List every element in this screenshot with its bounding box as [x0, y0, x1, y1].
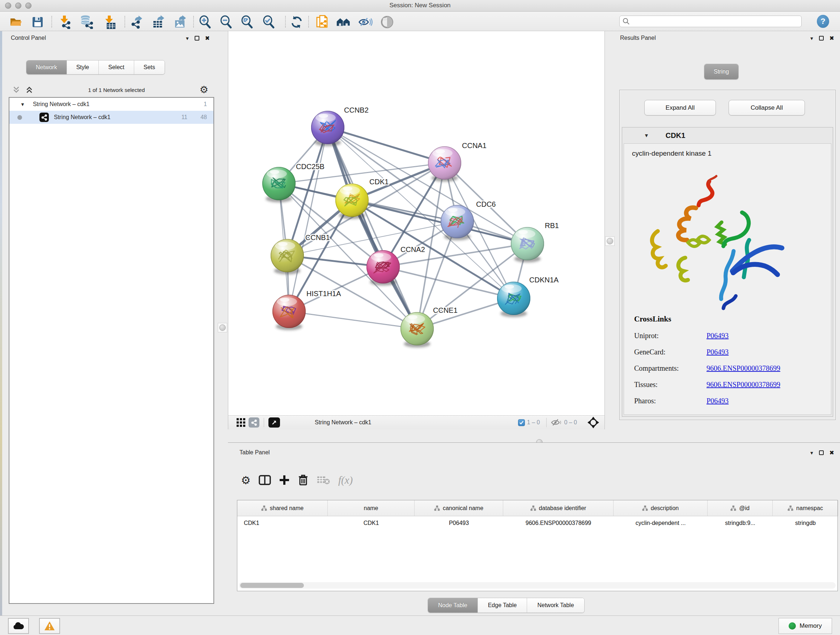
table-panel-float-icon[interactable]: [819, 450, 824, 455]
import-table-button[interactable]: [102, 15, 117, 29]
node-CCNB2[interactable]: [311, 111, 344, 146]
open-session-button[interactable]: [9, 15, 23, 29]
gear-icon[interactable]: ⚙: [200, 84, 208, 96]
tab-style[interactable]: Style: [66, 60, 99, 74]
crosslink-link[interactable]: P06493: [706, 397, 729, 405]
fit-selected-crosshair-icon[interactable]: [587, 416, 600, 429]
table-cell[interactable]: stringdb:9...: [707, 520, 773, 526]
table-panel-close-icon[interactable]: ✖: [829, 449, 834, 456]
node-CDC25B[interactable]: [262, 167, 295, 203]
collapse-all-icon[interactable]: [12, 86, 20, 94]
crosslink-link[interactable]: 9606.ENSP00000378699: [706, 364, 780, 372]
crosslink-link[interactable]: 9606.ENSP00000378699: [706, 380, 780, 389]
node-CCNB1[interactable]: [271, 239, 304, 274]
hide-panel-button[interactable]: [358, 15, 373, 29]
expand-all-icon[interactable]: [25, 86, 33, 94]
grid-view-icon[interactable]: [236, 418, 246, 427]
left-splitter-handle[interactable]: [218, 323, 227, 333]
delete-column-trash-icon[interactable]: [298, 474, 309, 486]
node-CCNA1[interactable]: [428, 146, 461, 182]
column-header-shared-name[interactable]: shared name: [237, 500, 328, 516]
gene-section-header[interactable]: ▼ CDK1: [622, 127, 833, 143]
birdseye-home-button[interactable]: [336, 15, 351, 29]
column-header-@id[interactable]: @id: [707, 500, 773, 516]
edge-CCNB2-CCNA1[interactable]: [328, 127, 445, 163]
edge-CCNB2-CCNE1[interactable]: [328, 127, 417, 329]
column-header-canonical-name[interactable]: canonical name: [415, 500, 503, 516]
memory-button[interactable]: Memory: [778, 618, 832, 634]
tab-sets[interactable]: Sets: [134, 60, 164, 74]
network-share-view-icon[interactable]: [248, 417, 259, 428]
help-button[interactable]: ?: [817, 15, 829, 28]
expand-all-button[interactable]: Expand All: [644, 100, 716, 116]
search-box[interactable]: [619, 16, 802, 27]
scrollbar-thumb[interactable]: [240, 583, 304, 588]
export-image-button[interactable]: [173, 15, 187, 29]
table-cell[interactable]: CDK1: [237, 520, 328, 526]
table-settings-gear-icon[interactable]: ⚙: [241, 474, 251, 486]
column-header-description[interactable]: description: [614, 500, 707, 516]
table-cell[interactable]: P06493: [415, 520, 503, 526]
save-session-button[interactable]: [30, 15, 45, 29]
collection-expand-triangle-icon[interactable]: ▼: [20, 102, 25, 107]
search-input[interactable]: [632, 19, 798, 25]
apply-layout-button[interactable]: [289, 15, 304, 29]
network-canvas[interactable]: CCNB2CCNA1CDC25BCDK1CDC6RB1CCNB1CCNA2CDK…: [228, 31, 605, 429]
table-cell[interactable]: CDK1: [328, 520, 415, 526]
clone-network-button[interactable]: [316, 15, 330, 29]
results-panel-menu-icon[interactable]: ▾: [810, 35, 813, 42]
tab-network[interactable]: Network: [27, 60, 66, 74]
control-panel-close-icon[interactable]: ✖: [205, 35, 210, 42]
tab-node-table[interactable]: Node Table: [428, 598, 477, 613]
import-network-button[interactable]: [58, 15, 73, 29]
control-panel-float-icon[interactable]: [195, 36, 199, 41]
export-table-button[interactable]: [151, 15, 166, 29]
zoom-in-button[interactable]: [198, 15, 213, 29]
crosslink-link[interactable]: P06493: [706, 332, 729, 340]
tab-network-table[interactable]: Network Table: [527, 598, 584, 613]
table-cell[interactable]: stringdb: [773, 520, 838, 526]
cloud-status-button[interactable]: [8, 618, 29, 634]
tab-edge-table[interactable]: Edge Table: [477, 598, 527, 613]
add-column-icon[interactable]: [279, 475, 290, 486]
collapse-all-button[interactable]: Collapse All: [729, 100, 805, 116]
show-graphics-button[interactable]: [380, 15, 394, 29]
table-cell[interactable]: cyclin-dependent ...: [614, 520, 707, 526]
zoom-out-button[interactable]: [219, 15, 234, 29]
tab-string[interactable]: String: [704, 64, 738, 79]
node-RB1[interactable]: [511, 227, 544, 263]
zoom-fit-button[interactable]: [240, 15, 255, 29]
show-columns-icon[interactable]: [259, 475, 271, 486]
network-collection-row[interactable]: ▼ String Network – cdk1 1: [9, 98, 213, 111]
node-CDKN1A[interactable]: [497, 282, 531, 317]
node-CDK1[interactable]: [335, 184, 369, 219]
edge-CCNB2-HIST1H1A[interactable]: [289, 127, 328, 311]
selected-checkbox-icon[interactable]: [518, 419, 525, 426]
column-header-namespac[interactable]: namespac: [773, 500, 838, 516]
node-CCNE1[interactable]: [401, 312, 434, 348]
tab-select[interactable]: Select: [98, 60, 134, 74]
network-graph[interactable]: CCNB2CCNA1CDC25BCDK1CDC6RB1CCNB1CCNA2CDK…: [228, 31, 605, 415]
node-HIST1H1A[interactable]: [272, 295, 306, 330]
table-cell[interactable]: 9606.ENSP00000378699: [503, 520, 614, 526]
results-panel-close-icon[interactable]: ✖: [829, 35, 834, 42]
node-CDC6[interactable]: [441, 205, 474, 241]
import-network-from-database-button[interactable]: [80, 15, 94, 29]
table-panel-menu-icon[interactable]: ▾: [810, 450, 813, 456]
table-horizontal-scrollbar[interactable]: [239, 582, 836, 589]
column-header-database-identifier[interactable]: database identifier: [503, 500, 614, 516]
warnings-button[interactable]: [39, 618, 60, 634]
section-collapse-triangle-icon[interactable]: ▼: [644, 133, 649, 138]
node-CCNA2[interactable]: [366, 250, 400, 286]
control-panel-menu-icon[interactable]: ▾: [186, 35, 189, 42]
column-header-name[interactable]: name: [328, 500, 415, 516]
export-network-button[interactable]: [129, 15, 144, 29]
right-splitter-handle[interactable]: [605, 236, 615, 246]
results-panel-float-icon[interactable]: [819, 36, 824, 41]
edge-HIST1H1A-CCNE1[interactable]: [289, 311, 417, 329]
crosslink-link[interactable]: P06493: [706, 348, 729, 356]
node-table[interactable]: shared namenamecanonical namedatabase id…: [237, 500, 838, 591]
zoom-selected-button[interactable]: [262, 15, 276, 29]
detach-view-icon[interactable]: [268, 417, 280, 428]
table-row[interactable]: CDK1CDK1P064939606.ENSP00000378699cyclin…: [237, 516, 837, 530]
